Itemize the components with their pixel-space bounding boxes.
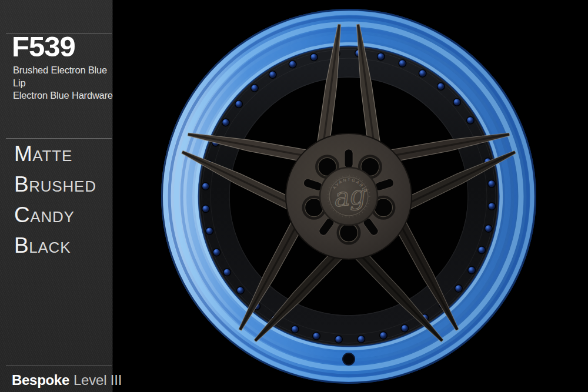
finish-line: Electron Blue Hardware <box>13 89 113 102</box>
lip-bolt <box>488 180 496 187</box>
lip-bolt <box>467 116 475 124</box>
lip-bolt <box>291 326 299 333</box>
finish-line: Lip <box>13 77 113 90</box>
lip-bolt <box>202 183 209 190</box>
lip-bolt <box>335 336 343 343</box>
lip-bolt <box>399 59 406 67</box>
page: ag AVANTGARDE F539 Brushed Electron Blue… <box>0 0 588 392</box>
lug-hole <box>340 224 358 242</box>
bespoke-brand: Bespoke <box>12 372 69 388</box>
lip-bolt <box>222 119 230 126</box>
lip-bolt <box>206 227 213 235</box>
lip-bolt <box>237 287 245 294</box>
lip-bolt <box>485 225 492 233</box>
lip-bolt <box>313 332 320 340</box>
acronym-initial: B <box>14 233 29 257</box>
lip-bolt <box>437 83 445 91</box>
divider <box>6 366 112 366</box>
hub-slot <box>345 149 353 168</box>
bespoke-level-label: BespokeLevel III <box>12 372 122 388</box>
lip-bolt <box>358 336 365 343</box>
lip-bolt <box>380 331 387 339</box>
lip-bolt <box>269 71 276 79</box>
acronym-word-brushed: BRUSHED <box>14 171 96 202</box>
acronym-word-matte: MATTE <box>14 140 96 171</box>
lip-bolt <box>223 269 231 276</box>
lip-bolt <box>401 324 409 332</box>
lip-bolt <box>310 53 318 61</box>
divider <box>6 138 112 139</box>
valve-stem-hole <box>343 353 355 365</box>
acronym-rest: RUSHED <box>29 177 96 195</box>
bespoke-level: Level III <box>74 372 122 388</box>
acronym-initial: M <box>14 142 32 166</box>
acronym-initial: C <box>14 203 30 227</box>
acronym-rest: ANDY <box>30 208 74 226</box>
lip-bolt <box>478 246 486 254</box>
lip-bolt <box>213 249 220 256</box>
lip-bolt <box>377 53 385 61</box>
lip-bolt <box>455 285 463 293</box>
info-sidebar: F539 Brushed Electron Blue Lip Electron … <box>0 0 113 392</box>
lip-bolt <box>419 70 426 78</box>
finish-acronym-list: MATTE BRUSHED CANDY BLACK <box>14 140 96 263</box>
acronym-rest: ATTE <box>32 147 72 165</box>
lip-bolt <box>488 203 496 210</box>
lip-bolt <box>468 266 476 274</box>
acronym-word-candy: CANDY <box>14 202 96 232</box>
acronym-initial: B <box>14 172 29 196</box>
lip-bolt <box>202 205 210 213</box>
lip-bolt <box>251 85 259 92</box>
finish-line: Brushed Electron Blue <box>13 64 113 77</box>
acronym-rest: LACK <box>29 239 71 256</box>
lip-bolt <box>453 99 461 106</box>
lip-bolt <box>235 100 243 108</box>
acronym-word-black: BLACK <box>14 232 96 263</box>
model-name: F539 <box>12 32 75 62</box>
lip-bolt <box>289 61 296 68</box>
finish-description: Brushed Electron Blue Lip Electron Blue … <box>13 64 113 102</box>
